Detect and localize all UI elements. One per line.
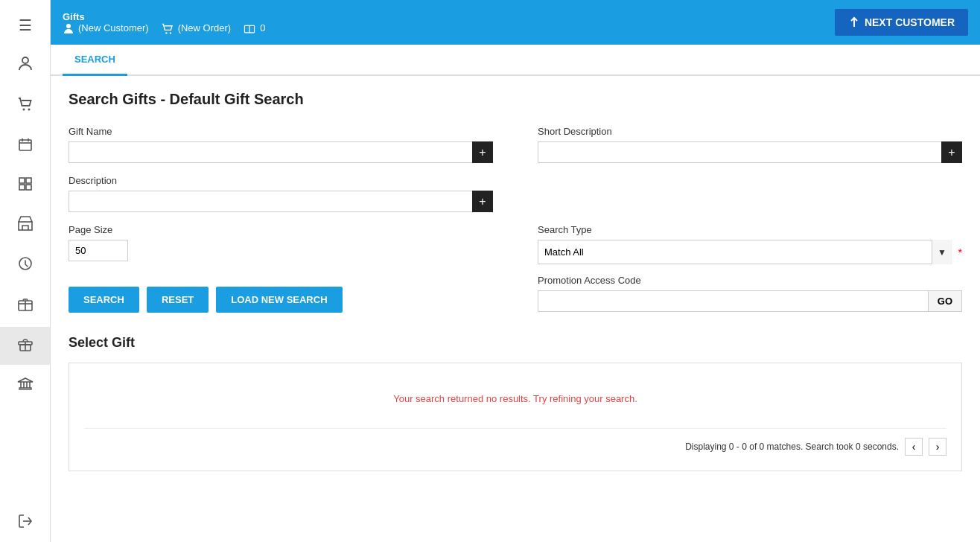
topbar-left: Gifts (New Customer) (New Order) 0 bbox=[63, 11, 265, 34]
sidebar-item-menu[interactable]: ☰ bbox=[0, 7, 50, 43]
tab-search[interactable]: SEARCH bbox=[63, 45, 127, 76]
search-type-label: Search Type bbox=[538, 224, 962, 235]
svg-point-2 bbox=[28, 109, 30, 111]
main-content: Gifts (New Customer) (New Order) 0 NEXT … bbox=[51, 0, 980, 542]
tabs-bar: SEARCH bbox=[51, 45, 980, 76]
description-label: Description bbox=[69, 175, 493, 186]
svg-marker-13 bbox=[18, 378, 33, 382]
results-footer: Displaying 0 - 0 of 0 matches. Search to… bbox=[84, 428, 946, 456]
topbar-title: Gifts bbox=[63, 11, 265, 22]
gift-name-group: Gift Name + bbox=[69, 126, 493, 163]
page-size-label: Page Size bbox=[69, 224, 493, 235]
sidebar-item-bank[interactable] bbox=[0, 368, 50, 404]
topbar-info: (New Customer) (New Order) 0 bbox=[63, 22, 265, 34]
gift-name-label: Gift Name bbox=[69, 126, 493, 137]
search-type-select-wrapper: Match All Match Any ▼ bbox=[538, 240, 952, 264]
no-results-part1: Your search returned bbox=[393, 393, 486, 404]
sidebar-item-logout[interactable] bbox=[0, 504, 50, 542]
bank-icon bbox=[17, 377, 34, 395]
content-area: SEARCH Search Gifts - Default Gift Searc… bbox=[51, 45, 980, 542]
search-button[interactable]: SEARCH bbox=[69, 287, 139, 313]
logout-icon bbox=[17, 513, 34, 533]
promo-group: Promotion Access Code GO bbox=[538, 275, 962, 312]
promo-input-wrapper: GO bbox=[538, 290, 962, 312]
short-desc-input[interactable] bbox=[538, 141, 962, 163]
svg-rect-3 bbox=[19, 140, 31, 150]
sidebar-item-cart[interactable] bbox=[0, 87, 50, 125]
svg-rect-5 bbox=[26, 178, 31, 183]
page-size-group: Page Size 50 bbox=[69, 224, 493, 264]
select-gift-section: Select Gift Your search returned no resu… bbox=[69, 335, 962, 471]
sidebar-item-dashboard[interactable] bbox=[0, 168, 50, 204]
sidebar-item-history[interactable] bbox=[0, 246, 50, 284]
sidebar-item-gift[interactable] bbox=[0, 327, 50, 365]
store-icon bbox=[17, 216, 34, 235]
description-input-wrapper: + bbox=[69, 191, 493, 212]
svg-rect-7 bbox=[26, 185, 31, 190]
load-new-search-button[interactable]: LOAD NEW SEARCH bbox=[216, 287, 342, 313]
order-info: (New Order) bbox=[161, 22, 232, 34]
giftcard-icon bbox=[17, 296, 34, 315]
customer-info: (New Customer) bbox=[63, 22, 149, 34]
form-third-row: Page Size 50 Search Type Match All Match… bbox=[69, 224, 962, 264]
short-desc-input-wrapper: + bbox=[538, 141, 962, 163]
description-plus-button[interactable]: + bbox=[472, 191, 493, 212]
short-desc-label: Short Description bbox=[538, 126, 962, 137]
go-button[interactable]: GO bbox=[928, 290, 962, 312]
sidebar-item-user[interactable] bbox=[0, 46, 50, 84]
history-icon bbox=[17, 255, 34, 275]
no-results-message: Your search returned no results. Try ref… bbox=[84, 378, 946, 419]
svg-point-21 bbox=[165, 32, 167, 34]
action-buttons: SEARCH RESET LOAD NEW SEARCH bbox=[69, 287, 493, 313]
sidebar-item-giftcard[interactable] bbox=[0, 287, 50, 324]
select-arrow-icon: ▼ bbox=[932, 240, 952, 264]
svg-rect-14 bbox=[19, 388, 31, 389]
reset-button[interactable]: RESET bbox=[147, 287, 209, 313]
page-size-input[interactable]: 50 bbox=[69, 240, 128, 261]
menu-icon: ☰ bbox=[19, 16, 32, 34]
required-star: * bbox=[958, 246, 962, 258]
svg-point-0 bbox=[22, 57, 28, 63]
page-title: Search Gifts - Default Gift Search bbox=[69, 91, 962, 108]
gift-name-input[interactable] bbox=[69, 141, 493, 163]
short-desc-plus-button[interactable]: + bbox=[941, 141, 962, 163]
select-gift-title: Select Gift bbox=[69, 335, 962, 351]
svg-point-22 bbox=[169, 32, 171, 34]
next-page-button[interactable]: › bbox=[929, 438, 946, 456]
gift-name-input-wrapper: + bbox=[69, 141, 493, 163]
search-type-select[interactable]: Match All Match Any bbox=[538, 240, 952, 264]
topbar: Gifts (New Customer) (New Order) 0 NEXT … bbox=[51, 0, 980, 45]
promo-label: Promotion Access Code bbox=[538, 275, 962, 286]
dashboard-icon bbox=[18, 176, 33, 195]
promo-input[interactable] bbox=[538, 290, 928, 312]
sidebar-item-calendar[interactable] bbox=[0, 128, 50, 165]
results-box: Your search returned no results. Try ref… bbox=[69, 363, 962, 471]
svg-point-1 bbox=[22, 109, 25, 111]
form-second-row: Description + bbox=[69, 175, 962, 212]
description-right-spacer bbox=[538, 175, 962, 212]
prev-page-button[interactable]: ‹ bbox=[905, 438, 923, 456]
description-group: Description + bbox=[69, 175, 493, 212]
description-input[interactable] bbox=[69, 191, 493, 212]
results-footer-text: Displaying 0 - 0 of 0 matches. Search to… bbox=[685, 441, 899, 452]
calendar-icon bbox=[18, 137, 33, 156]
sidebar: ☰ bbox=[0, 0, 51, 542]
order-label: (New Order) bbox=[178, 22, 232, 34]
svg-rect-6 bbox=[19, 185, 25, 190]
next-customer-button[interactable]: NEXT CUSTOMER bbox=[835, 9, 968, 36]
gift-name-plus-button[interactable]: + bbox=[472, 141, 493, 163]
form-fourth-row: SEARCH RESET LOAD NEW SEARCH Promotion A… bbox=[69, 272, 962, 335]
cart-info: 0 bbox=[243, 22, 265, 34]
form-top-row: Gift Name + Short Description + bbox=[69, 126, 962, 163]
no-results-part2: . Try refining your search. bbox=[528, 393, 637, 404]
sidebar-item-store[interactable] bbox=[0, 207, 50, 243]
search-type-group: Search Type Match All Match Any ▼ * bbox=[538, 224, 962, 264]
gift-icon bbox=[17, 336, 34, 356]
svg-rect-4 bbox=[19, 178, 25, 183]
no-results-highlight: no results bbox=[486, 393, 528, 404]
user-icon bbox=[17, 55, 34, 75]
svg-point-20 bbox=[66, 24, 71, 28]
short-desc-group: Short Description + bbox=[538, 126, 962, 163]
customer-label: (New Customer) bbox=[78, 22, 149, 34]
search-type-row: Match All Match Any ▼ * bbox=[538, 240, 962, 264]
